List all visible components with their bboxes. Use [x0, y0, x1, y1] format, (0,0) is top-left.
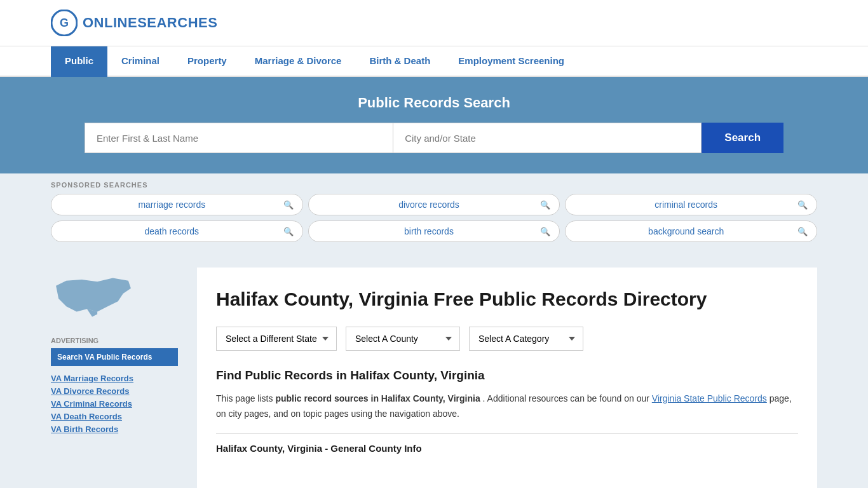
sponsored-tag-criminal-text: criminal records [574, 200, 797, 210]
sponsored-tag-death[interactable]: death records 🔍 [51, 220, 303, 242]
sidebar-cta-button[interactable]: Search VA Public Records [51, 348, 178, 366]
sidebar-link-criminal[interactable]: VA Criminal Records [51, 399, 178, 409]
county-info-title: Halifax County, Virginia - General Count… [216, 433, 798, 454]
sponsored-tag-death-text: death records [60, 226, 283, 236]
search-button[interactable]: Search [702, 123, 783, 153]
virginia-map [51, 268, 133, 325]
nav-item-marriage-divorce[interactable]: Marriage & Divorce [241, 46, 356, 77]
search-icon-3: 🔍 [797, 200, 808, 210]
name-input[interactable] [85, 123, 393, 153]
sponsored-label: SPONSORED SEARCHES [51, 181, 817, 189]
sidebar-link-divorce[interactable]: VA Divorce Records [51, 386, 178, 396]
sponsored-tag-background-text: background search [574, 226, 797, 236]
main-container: Advertising Search VA Public Records VA … [0, 255, 868, 488]
search-icon-1: 🔍 [283, 200, 294, 210]
search-form: Search [85, 123, 783, 153]
location-input[interactable] [393, 123, 702, 153]
search-banner: Public Records Search Search [0, 77, 868, 173]
search-icon-5: 🔍 [540, 227, 550, 236]
sponsored-tag-birth[interactable]: birth records 🔍 [308, 220, 560, 242]
sponsored-tag-background[interactable]: background search 🔍 [565, 220, 817, 242]
svg-text:G: G [60, 17, 69, 29]
category-dropdown[interactable]: Select A Category [469, 327, 583, 351]
county-dropdown[interactable]: Select A County [346, 327, 460, 351]
sponsored-section: SPONSORED SEARCHES marriage records 🔍 di… [0, 173, 868, 242]
sponsored-tag-birth-text: birth records [318, 226, 541, 236]
find-records-title: Find Public Records in Halifax County, V… [216, 369, 798, 383]
page-title: Halifax County, Virginia Free Public Rec… [216, 287, 798, 311]
logo-icon: G [51, 10, 78, 36]
search-icon-4: 🔍 [283, 227, 294, 236]
virginia-state-link[interactable]: Virginia State Public Records [652, 393, 767, 403]
nav-item-employment[interactable]: Employment Screening [444, 46, 578, 77]
sponsored-tag-divorce[interactable]: divorce records 🔍 [308, 194, 560, 215]
sidebar-link-marriage[interactable]: VA Marriage Records [51, 374, 178, 383]
main-nav: Public Criminal Property Marriage & Divo… [0, 46, 868, 77]
logo-text: ONLINESEARCHES [83, 15, 217, 31]
dropdowns-row: Select a Different State Select A County… [216, 327, 798, 351]
sidebar: Advertising Search VA Public Records VA … [51, 268, 178, 488]
header: G ONLINESEARCHES [0, 0, 868, 46]
nav-item-birth-death[interactable]: Birth & Death [355, 46, 444, 77]
state-dropdown[interactable]: Select a Different State [216, 327, 337, 351]
sponsored-tag-marriage-text: marriage records [60, 200, 283, 210]
search-icon-6: 🔍 [797, 227, 808, 236]
sponsored-grid: marriage records 🔍 divorce records 🔍 cri… [51, 194, 817, 242]
sidebar-link-birth[interactable]: VA Birth Records [51, 424, 178, 434]
sponsored-tag-divorce-text: divorce records [318, 200, 541, 210]
search-banner-title: Public Records Search [51, 95, 817, 111]
nav-item-criminal[interactable]: Criminal [107, 46, 173, 77]
nav-item-property[interactable]: Property [173, 46, 241, 77]
logo[interactable]: G ONLINESEARCHES [51, 10, 217, 36]
nav-item-public[interactable]: Public [51, 46, 107, 77]
search-icon-2: 🔍 [540, 200, 550, 210]
sidebar-link-death[interactable]: VA Death Records [51, 412, 178, 421]
sponsored-tag-criminal[interactable]: criminal records 🔍 [565, 194, 817, 215]
content-area: Halifax County, Virginia Free Public Rec… [197, 268, 817, 488]
content-description: This page lists public record sources in… [216, 391, 798, 422]
sponsored-tag-marriage[interactable]: marriage records 🔍 [51, 194, 303, 215]
advertising-label: Advertising [51, 337, 178, 344]
